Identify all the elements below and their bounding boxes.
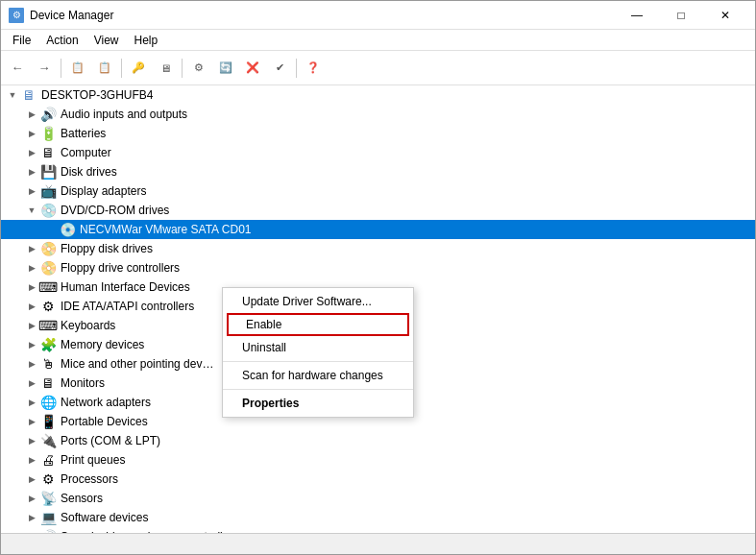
floppy-ctrl-icon: 📀 [39, 260, 57, 276]
toolbar-help[interactable]: ❓ [301, 56, 326, 81]
audio-expand-icon: ▶ [24, 107, 39, 122]
toolbar-btn-8[interactable]: ✔ [267, 56, 292, 81]
toolbar-separator-1 [61, 59, 61, 78]
toolbar-btn-5[interactable]: ⚙ [186, 56, 211, 81]
monitors-expand-icon: ▶ [24, 375, 39, 391]
root-computer-icon: 🖥 [20, 87, 37, 103]
computer-icon: 🖥 [39, 145, 57, 160]
display-expand-icon: ▶ [24, 183, 39, 199]
tree-item-batteries-label: Batteries [61, 127, 106, 140]
menu-help[interactable]: Help [127, 31, 166, 50]
tree-root-label: DESKTOP-3GHUFB4 [41, 88, 153, 102]
dvd-expand-icon: ▼ [24, 203, 39, 218]
app-icon: ⚙ [9, 8, 24, 23]
mice-expand-icon: ▶ [24, 356, 39, 372]
context-menu: Update Driver Software... Enable Uninsta… [222, 287, 414, 418]
tree-root[interactable]: ▼ 🖥 DESKTOP-3GHUFB4 [1, 85, 755, 105]
toolbar-separator-4 [296, 59, 297, 78]
tree-item-print-label: Print queues [61, 453, 125, 467]
sound-icon: 🔊 [39, 529, 57, 533]
ctx-properties-label: Properties [242, 397, 299, 410]
minimize-button[interactable]: — [615, 1, 659, 30]
menu-view[interactable]: View [86, 31, 127, 50]
forward-button[interactable]: → [32, 56, 57, 81]
mice-icon: 🖱 [39, 356, 57, 372]
tree-item-display[interactable]: ▶ 📺 Display adapters [1, 181, 755, 201]
tree-item-ide-label: IDE ATA/ATAPI controllers [61, 300, 194, 313]
tree-item-computer-label: Computer [61, 146, 111, 159]
ctx-enable[interactable]: Enable [227, 313, 409, 336]
ctx-enable-label: Enable [246, 318, 281, 331]
display-icon: 📺 [39, 183, 57, 199]
tree-item-ports[interactable]: ▶ 🔌 Ports (COM & LPT) [1, 431, 755, 450]
tree-item-mice-label: Mice and other pointing dev… [61, 357, 213, 371]
tree-item-floppy-ctrl[interactable]: ▶ 📀 Floppy drive controllers [1, 258, 755, 278]
ctx-scan[interactable]: Scan for hardware changes [223, 364, 413, 387]
diskdrives-icon: 💾 [39, 164, 57, 180]
portable-expand-icon: ▶ [24, 414, 39, 429]
maximize-button[interactable]: □ [659, 1, 703, 30]
tree-item-sensors-label: Sensors [61, 492, 103, 505]
toolbar-btn-2[interactable]: 📋 [92, 56, 117, 81]
menu-action[interactable]: Action [38, 31, 85, 50]
tree-item-necvmwar[interactable]: 💿 NECVMWar VMware SATA CD01 [1, 220, 755, 239]
hid-expand-icon: ▶ [24, 279, 39, 295]
ports-expand-icon: ▶ [24, 433, 39, 448]
ctx-properties[interactable]: Properties [223, 392, 413, 415]
tree-item-dvd-label: DVD/CD-ROM drives [61, 204, 169, 217]
audio-icon: 🔊 [39, 107, 57, 122]
tree-item-necvmwar-label: NECVMWar VMware SATA CD01 [80, 223, 251, 236]
close-button[interactable]: ✕ [703, 1, 747, 30]
window-title: Device Manager [30, 9, 113, 22]
tree-item-print[interactable]: ▶ 🖨 Print queues [1, 450, 755, 470]
device-tree[interactable]: ▼ 🖥 DESKTOP-3GHUFB4 ▶ 🔊 Audio inputs and… [1, 85, 755, 533]
ctx-scan-label: Scan for hardware changes [242, 369, 383, 382]
tree-item-processors[interactable]: ▶ ⚙ Processors [1, 470, 755, 489]
tree-item-keyboards-label: Keyboards [61, 319, 115, 332]
toolbar-btn-6[interactable]: 🔄 [213, 56, 238, 81]
hid-icon: ⌨ [39, 279, 57, 295]
toolbar: ← → 📋 📋 🔑 🖥 ⚙ 🔄 ❌ ✔ ❓ [1, 51, 755, 85]
memory-icon: 🧩 [39, 337, 57, 352]
computer-expand-icon: ▶ [24, 145, 39, 160]
keyboards-icon: ⌨ [39, 318, 57, 333]
ctx-uninstall[interactable]: Uninstall [223, 336, 413, 359]
back-button[interactable]: ← [5, 56, 30, 81]
network-icon: 🌐 [39, 395, 57, 410]
tree-item-processors-label: Processors [61, 472, 118, 486]
toolbar-btn-7[interactable]: ❌ [240, 56, 265, 81]
print-icon: 🖨 [39, 452, 57, 468]
toolbar-separator-2 [121, 59, 122, 78]
tree-item-hid-label: Human Interface Devices [61, 280, 190, 294]
tree-item-floppy-disk[interactable]: ▶ 📀 Floppy disk drives [1, 239, 755, 258]
sensors-expand-icon: ▶ [24, 491, 39, 506]
menu-file[interactable]: File [5, 31, 38, 50]
window-controls: — □ ✕ [615, 1, 747, 30]
tree-item-audio[interactable]: ▶ 🔊 Audio inputs and outputs [1, 105, 755, 124]
tree-item-sound[interactable]: ▶ 🔊 Sound, video and game controllers [1, 527, 755, 533]
toolbar-btn-4[interactable]: 🖥 [153, 56, 178, 81]
software-expand-icon: ▶ [24, 510, 39, 525]
tree-item-software[interactable]: ▶ 💻 Software devices [1, 508, 755, 527]
title-bar-left: ⚙ Device Manager [9, 8, 113, 23]
ctx-separator-2 [223, 389, 413, 390]
tree-item-batteries[interactable]: ▶ 🔋 Batteries [1, 124, 755, 143]
batteries-icon: 🔋 [39, 126, 57, 141]
tree-item-dvd[interactable]: ▼ 💿 DVD/CD-ROM drives [1, 201, 755, 220]
toolbar-btn-3[interactable]: 🔑 [126, 56, 151, 81]
tree-item-computer[interactable]: ▶ 🖥 Computer [1, 143, 755, 162]
processors-expand-icon: ▶ [24, 471, 39, 487]
ctx-uninstall-label: Uninstall [242, 341, 286, 354]
sensors-icon: 📡 [39, 491, 57, 506]
tree-item-diskdrives[interactable]: ▶ 💾 Disk drives [1, 162, 755, 181]
tree-item-sensors[interactable]: ▶ 📡 Sensors [1, 489, 755, 508]
ctx-update-driver[interactable]: Update Driver Software... [223, 290, 413, 313]
tree-item-portable-label: Portable Devices [61, 415, 148, 428]
tree-item-floppy-disk-label: Floppy disk drives [61, 242, 153, 255]
necvmwar-icon: 💿 [59, 222, 76, 237]
dvd-icon: 💿 [39, 203, 57, 218]
menu-bar: File Action View Help [1, 30, 755, 51]
device-manager-window: ⚙ Device Manager — □ ✕ File Action View … [0, 0, 756, 555]
ide-icon: ⚙ [39, 299, 57, 314]
toolbar-btn-1[interactable]: 📋 [65, 56, 90, 81]
